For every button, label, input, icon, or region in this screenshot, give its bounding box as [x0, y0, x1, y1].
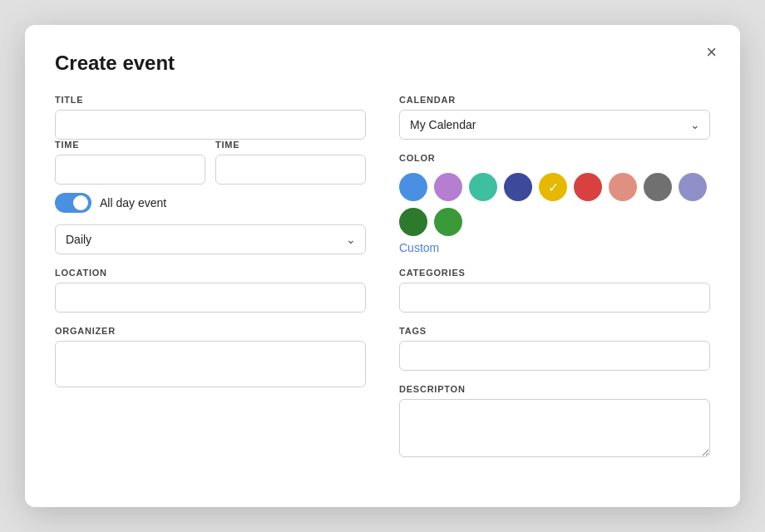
- time-row: TIME October 24, 2024 TIME October 24, 2…: [55, 140, 366, 185]
- color-swatches: ✓: [399, 173, 710, 236]
- repeat-select-wrapper: Daily Weekly Monthly Yearly Never ⌄: [55, 224, 366, 254]
- custom-color-link[interactable]: Custom: [399, 241, 710, 254]
- repeat-select[interactable]: Daily Weekly Monthly Yearly Never: [55, 224, 366, 254]
- organizer-input[interactable]: [55, 341, 366, 387]
- calendar-select[interactable]: My Calendar Work Personal: [399, 110, 710, 140]
- allday-label: All day event: [100, 196, 166, 209]
- color-swatch-salmon[interactable]: [609, 173, 637, 201]
- allday-row: All day event: [55, 193, 366, 213]
- calendar-select-wrapper: My Calendar Work Personal ⌄: [399, 110, 710, 140]
- right-column: CALENDAR My Calendar Work Personal ⌄ COL…: [399, 95, 710, 457]
- time-end-label: TIME: [215, 140, 366, 150]
- color-swatch-green[interactable]: [434, 208, 462, 236]
- color-swatch-navy[interactable]: [504, 173, 532, 201]
- color-label: COLOR: [399, 153, 710, 163]
- calendar-label: CALENDAR: [399, 95, 710, 105]
- location-input[interactable]: [55, 283, 366, 313]
- allday-toggle[interactable]: [55, 193, 91, 213]
- organizer-label: ORGANIZER: [55, 326, 366, 336]
- create-event-modal: Create event × TITLE TIME October 24, 20…: [25, 25, 740, 507]
- color-swatch-purple[interactable]: [434, 173, 462, 201]
- time-start-input[interactable]: October 24, 2024: [55, 155, 205, 185]
- modal-title: Create event: [55, 52, 710, 75]
- toggle-slider: [55, 193, 91, 213]
- color-swatch-dark-green[interactable]: [399, 208, 427, 236]
- time-start-label: TIME: [55, 140, 205, 150]
- tags-input[interactable]: [399, 341, 710, 371]
- color-swatch-blue[interactable]: [399, 173, 427, 201]
- color-swatch-gold[interactable]: ✓: [539, 173, 567, 201]
- repeat-wrapper: Daily Weekly Monthly Yearly Never ⌄: [55, 224, 366, 254]
- title-input[interactable]: [55, 110, 366, 140]
- location-label: LOCATION: [55, 268, 366, 278]
- description-input[interactable]: [399, 399, 710, 457]
- color-swatch-teal[interactable]: [469, 173, 497, 201]
- title-label: TITLE: [55, 95, 366, 105]
- color-swatch-gray[interactable]: [644, 173, 672, 201]
- categories-label: CATEGORIES: [399, 268, 710, 278]
- close-button[interactable]: ×: [706, 43, 717, 62]
- categories-input[interactable]: [399, 283, 710, 313]
- left-column: TITLE TIME October 24, 2024 TIME October…: [55, 95, 366, 457]
- description-label: DESCRIPTON: [399, 384, 710, 394]
- color-swatch-red[interactable]: [574, 173, 602, 201]
- color-swatch-lavender[interactable]: [679, 173, 707, 201]
- time-end-input[interactable]: October 24, 2024: [215, 155, 366, 185]
- tags-label: TAGS: [399, 326, 710, 336]
